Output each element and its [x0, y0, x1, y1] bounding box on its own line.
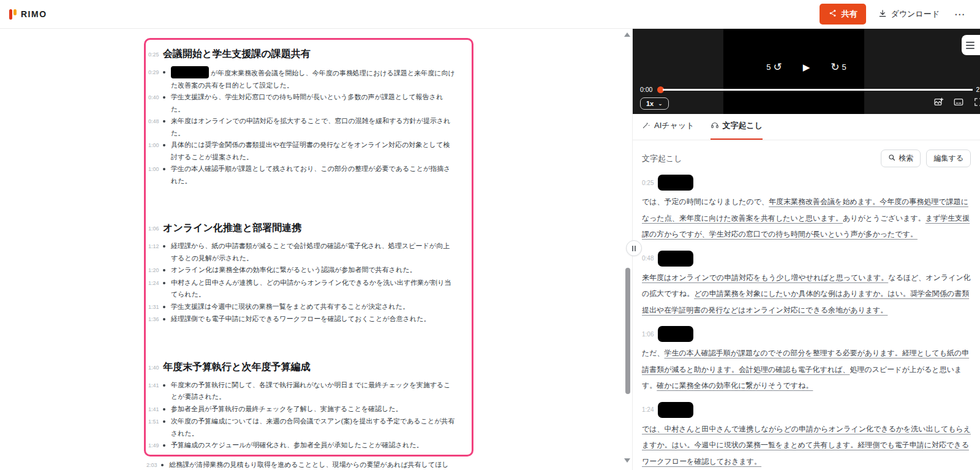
bullet-text: 来年度はオンラインでの申請対応を拡大することで、窓口の混雑を緩和する方針が提示さ… — [171, 115, 455, 139]
section-title: 会議開始と学生支援課の課題共有 — [163, 47, 311, 61]
forward-5-button[interactable]: ↻5 — [831, 61, 846, 74]
summary-bullet: 1:00 具体的には奨学金関係の書類提出や在学証明書の発行などをオンライン対応の… — [148, 139, 467, 163]
top-bar: RIMO 共有 ダウンロード ⋯ — [0, 0, 980, 29]
progress-bar: 0:00 27:3 — [640, 86, 980, 93]
bullet-text: 中村さんと田中さんが連携し、どの申請からオンライン化できるかを洗い出す作業が割り… — [171, 277, 455, 301]
bullet-timestamp[interactable]: 1:24 — [148, 277, 163, 290]
bullet-text: 学生支援課は今週中に現状の業務一覧をまとめて共有することが決定された。 — [171, 301, 455, 313]
bullet-text: が年度末業務改善会議を開始し、今年度の事務処理における課題と来年度に向けた改善案… — [171, 66, 455, 91]
total-time: 27:3 — [976, 86, 980, 93]
section-title: オンライン化推進と部署間連携 — [163, 221, 301, 235]
scroll-up-arrow[interactable] — [624, 32, 630, 37]
playback-speed-button[interactable]: 1x ⌄ — [640, 97, 669, 110]
bullet-timestamp[interactable]: 1:00 — [148, 139, 163, 152]
bullet-timestamp[interactable]: 1:51 — [148, 415, 163, 428]
bullet-timestamp[interactable]: 1:20 — [148, 264, 163, 277]
summary-bullet: 2:03 総務課が清掃業務の見積もり取得を進めることとし、現場からの要望があれば… — [146, 459, 473, 470]
bullet-text: 参加者全員が予算執行の最終チェックを了解し、実施することを確認した。 — [171, 403, 455, 415]
summary-section: 1:40 年度末予算執行と次年度予算編成 1:41 年度末の予算執行に関して、各… — [148, 360, 467, 452]
rewind-5-button[interactable]: 5↺ — [766, 61, 782, 74]
subtitles-icon[interactable] — [953, 97, 964, 110]
bullet-text: 次年度の予算編成については、来週の合同会議でスアン(案)を提出する予定であること… — [171, 415, 455, 439]
play-button[interactable]: ▶ — [803, 62, 810, 73]
summary-bullet: 1:36 経理課側でも電子申請に対応できるワークフローを確認しておくことが合意さ… — [148, 313, 467, 326]
bullet-timestamp[interactable]: 1:31 — [148, 301, 163, 314]
transcript-pane: 5↺ ▶ ↻5 0:00 27:3 1x ⌄ — [632, 29, 980, 470]
bullet-timestamp[interactable]: 1:49 — [148, 439, 163, 452]
rewind-icon: ↺ — [773, 61, 782, 74]
summary-bullet: 1:49 予算編成のスケジュールが明確化され、参加者全員が承知したことが確認され… — [148, 439, 467, 452]
redacted-speaker[interactable] — [658, 251, 693, 267]
redacted-speaker[interactable] — [658, 175, 693, 191]
summary-section: 0:25 会議開始と学生支援課の課題共有 0:29 が年度末業務改善会議を開始し… — [148, 47, 467, 187]
bullet-dot — [163, 403, 171, 411]
entry-text[interactable]: ただ、学生の本人確認手順が課題なのでその部分を整理する必要があります。経理として… — [642, 345, 971, 394]
entry-timestamp[interactable]: 0:48 — [642, 255, 654, 262]
chevron-down-icon: ⌄ — [658, 100, 663, 107]
section-timestamp[interactable]: 0:25 — [148, 47, 163, 58]
redacted-speaker[interactable] — [658, 326, 693, 342]
bullet-timestamp[interactable]: 0:40 — [148, 91, 163, 104]
tab-bar: AIチャット 文字起こし — [633, 114, 980, 140]
entry-timestamp[interactable]: 1:24 — [642, 406, 654, 413]
bullet-dot — [163, 277, 171, 284]
bullet-text: 総務課が清掃業務の見積もり取得を進めることとし、現場からの要望があれば共有してほ… — [169, 459, 453, 470]
entry-timestamp[interactable]: 1:06 — [642, 331, 654, 338]
bullet-timestamp[interactable]: 1:12 — [148, 240, 163, 253]
share-button[interactable]: 共有 — [820, 4, 866, 25]
bullet-dot — [163, 139, 171, 146]
progress-track[interactable] — [663, 89, 972, 91]
bullet-dot — [163, 163, 171, 170]
edit-button[interactable]: 編集する — [926, 150, 971, 167]
fullscreen-icon[interactable] — [973, 97, 980, 110]
panel-title: 文字起こし — [642, 153, 682, 164]
chapter-list-button[interactable] — [962, 35, 980, 55]
pane-divider-handle[interactable] — [626, 240, 642, 256]
tab-transcript[interactable]: 文字起こし — [710, 120, 763, 140]
entry-text[interactable]: では、予定の時間になりましたので、年度末業務改善会議を始めます。今年度の事務処理… — [642, 194, 971, 243]
bullet-text: 学生の本人確認手順が課題として残されており、この部分の整理が必要であることが指摘… — [171, 163, 455, 187]
rimo-logo-icon — [9, 9, 17, 20]
tab-label: 文字起こし — [723, 120, 763, 131]
summary-bullet: 1:20 オンライン化は業務全体の効率化に繋がるという認識が参加者間で共有された… — [148, 264, 467, 277]
more-menu-button[interactable]: ⋯ — [952, 8, 968, 21]
ai-wand-icon — [642, 121, 650, 131]
capture-frame-icon[interactable] — [933, 97, 944, 110]
transcript-header: 文字起こし 検索 編集する — [633, 140, 980, 173]
bullet-text: 年度末の予算執行に関して、各課で執行漏れがないか明日までに最終チェックを実施する… — [171, 379, 455, 403]
summary-bullet: 0:40 学生支援課から、学生対応窓口での待ち時間が長いという多数の声が課題とし… — [148, 91, 467, 115]
redacted-speaker[interactable] — [658, 402, 693, 418]
section-title: 年度末予算執行と次年度予算編成 — [163, 360, 310, 374]
bullet-timestamp[interactable]: 1:41 — [148, 403, 163, 416]
tab-ai-chat[interactable]: AIチャット — [642, 120, 695, 140]
bullet-timestamp[interactable]: 1:41 — [148, 379, 163, 392]
bullet-timestamp[interactable]: 0:48 — [148, 115, 163, 128]
rimo-app: RIMO 共有 ダウンロード ⋯ 0:25 会議開始と学生支援課の課題共有 — [0, 0, 980, 470]
download-button[interactable]: ダウンロード — [878, 9, 940, 20]
tab-label: AIチャット — [654, 120, 695, 131]
entry-text[interactable]: では、中村さんと田中さんで連携しながらどの申請からオンライン化できるかを洗い出し… — [642, 421, 971, 470]
bullet-dot — [163, 415, 171, 423]
video-bottom-controls: 1x ⌄ — [640, 97, 976, 110]
bullet-timestamp[interactable]: 0:29 — [148, 66, 163, 79]
rimo-logo[interactable]: RIMO — [9, 9, 47, 20]
scrollbar-thumb[interactable] — [625, 268, 630, 394]
summary-bullet: 1:00 学生の本人確認手順が課題として残されており、この部分の整理が必要である… — [148, 163, 467, 187]
search-button[interactable]: 検索 — [881, 150, 921, 167]
scroll-down-arrow[interactable] — [624, 458, 630, 463]
summary-pane: 0:25 会議開始と学生支援課の課題共有 0:29 が年度末業務改善会議を開始し… — [0, 29, 620, 470]
download-label: ダウンロード — [891, 9, 940, 20]
brand-name: RIMO — [21, 9, 47, 19]
section-timestamp[interactable]: 1:40 — [148, 360, 163, 371]
transcript-entry: 0:25 では、予定の時間になりましたので、年度末業務改善会議を始めます。今年度… — [642, 175, 971, 243]
entry-text[interactable]: 来年度はオンラインでの申請対応をもう少し増やせればと思っています。なるほど、オン… — [642, 270, 971, 319]
summary-bullet: 1:12 経理課から、紙の申請書類が減ることで会計処理の確認が電子化され、処理ス… — [148, 240, 467, 264]
bullet-timestamp[interactable]: 2:03 — [146, 459, 161, 470]
bullet-timestamp[interactable]: 1:00 — [148, 163, 163, 176]
entry-timestamp[interactable]: 0:25 — [642, 180, 654, 186]
bullet-timestamp[interactable]: 1:36 — [148, 313, 163, 326]
headset-icon — [710, 121, 719, 131]
video-player[interactable]: 5↺ ▶ ↻5 0:00 27:3 1x ⌄ — [633, 29, 980, 114]
bullet-dot — [163, 439, 171, 447]
section-timestamp[interactable]: 1:06 — [148, 221, 163, 232]
